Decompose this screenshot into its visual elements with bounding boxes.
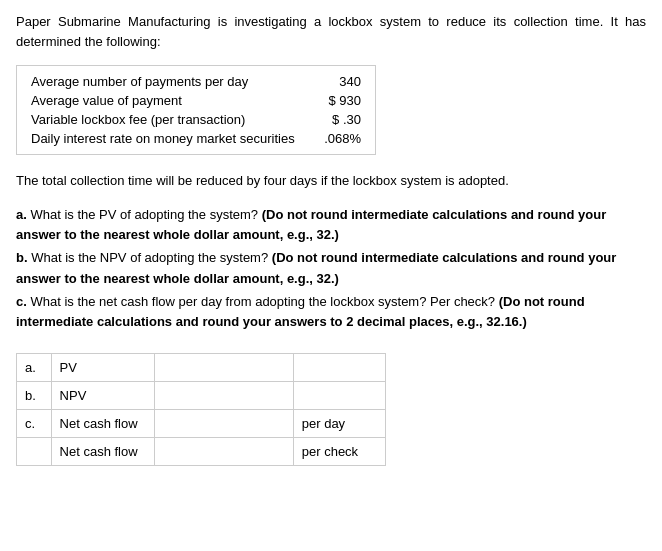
question-b-instruction: (Do not round intermediate calculations … <box>16 250 616 286</box>
answer-row-a: a. PV <box>17 354 386 382</box>
row-value: .068% <box>317 129 365 148</box>
answer-input-cell-b[interactable] <box>155 382 293 410</box>
answer-unit-b <box>293 382 385 410</box>
answer-unit-a <box>293 354 385 382</box>
table-row: Average value of payment $ 930 <box>27 91 365 110</box>
answer-input-a[interactable] <box>155 354 292 381</box>
reduce-highlight: reduce <box>446 14 486 29</box>
row-value: $ .30 <box>317 110 365 129</box>
answer-name-c2: Net cash flow <box>51 438 155 466</box>
row-label: Daily interest rate on money market secu… <box>27 129 317 148</box>
table-row: Daily interest rate on money market secu… <box>27 129 365 148</box>
collection-note: The total collection time will be reduce… <box>16 171 646 191</box>
answer-input-c2[interactable] <box>155 438 292 465</box>
answer-unit-c1: per day <box>293 410 385 438</box>
data-table: Average number of payments per day 340 A… <box>16 65 376 155</box>
answer-letter-a: a. <box>17 354 52 382</box>
question-a: a. What is the PV of adopting the system… <box>16 205 646 247</box>
answer-unit-c2: per check <box>293 438 385 466</box>
answer-letter-b: b. <box>17 382 52 410</box>
answer-input-cell-a[interactable] <box>155 354 293 382</box>
question-c-instruction: (Do not round intermediate calculations … <box>16 294 585 330</box>
row-value: $ 930 <box>317 91 365 110</box>
question-c: c. What is the net cash flow per day fro… <box>16 292 646 334</box>
table-row: Variable lockbox fee (per transaction) $… <box>27 110 365 129</box>
answer-input-cell-c1[interactable] <box>155 410 293 438</box>
answer-input-c1[interactable] <box>155 410 292 437</box>
question-b-letter: b. <box>16 250 28 265</box>
answer-letter-c2 <box>17 438 52 466</box>
row-label: Variable lockbox fee (per transaction) <box>27 110 317 129</box>
answer-name-b: NPV <box>51 382 155 410</box>
intro-paragraph: Paper Submarine Manufacturing is investi… <box>16 12 646 51</box>
question-c-letter: c. <box>16 294 27 309</box>
question-b: b. What is the NPV of adopting the syste… <box>16 248 646 290</box>
answer-table: a. PV b. NPV c. Net cash flow per day <box>16 353 386 466</box>
answer-name-a: PV <box>51 354 155 382</box>
row-label: Average value of payment <box>27 91 317 110</box>
table-row: Average number of payments per day 340 <box>27 72 365 91</box>
lockbox-highlight: lockbox <box>328 14 372 29</box>
question-a-instruction: (Do not round intermediate calculations … <box>16 207 606 243</box>
answer-row-c2: Net cash flow per check <box>17 438 386 466</box>
answer-input-b[interactable] <box>155 382 292 409</box>
answer-input-cell-c2[interactable] <box>155 438 293 466</box>
answer-letter-c: c. <box>17 410 52 438</box>
answer-row-c1: c. Net cash flow per day <box>17 410 386 438</box>
questions-section: a. What is the PV of adopting the system… <box>16 205 646 334</box>
row-value: 340 <box>317 72 365 91</box>
question-a-letter: a. <box>16 207 27 222</box>
answer-row-b: b. NPV <box>17 382 386 410</box>
row-label: Average number of payments per day <box>27 72 317 91</box>
answer-name-c1: Net cash flow <box>51 410 155 438</box>
